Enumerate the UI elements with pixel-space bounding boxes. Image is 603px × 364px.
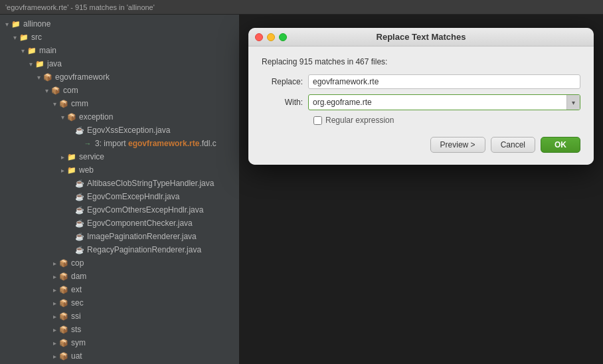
preview-button[interactable]: Preview > xyxy=(430,137,485,153)
tree-arrow-cop[interactable] xyxy=(50,260,58,267)
tree-label-excep: EgovComExcepHndlr.java xyxy=(87,192,236,201)
folder-icon-service: 📁 xyxy=(66,152,77,161)
tree-item-cop[interactable]: 📦cop xyxy=(0,256,239,270)
package-icon-cop: 📦 xyxy=(58,258,69,268)
tree-item-cmm[interactable]: 📦cmm xyxy=(0,97,239,110)
minimize-button[interactable] xyxy=(267,33,275,41)
tree-label-dam: dam xyxy=(71,272,236,281)
package-icon-com: 📦 xyxy=(50,86,61,95)
with-label: With: xyxy=(262,98,308,107)
tree-arrow-egovframework[interactable] xyxy=(35,74,43,81)
dialog-title-bar: Replace Text Matches xyxy=(248,28,594,46)
tree-item-web[interactable]: 📁web xyxy=(0,163,239,177)
close-button[interactable] xyxy=(255,33,263,41)
tree-item-ssi[interactable]: 📦ssi xyxy=(0,310,239,323)
right-area: Replace Text Matches Replacing 915 match… xyxy=(239,15,603,364)
tree-arrow-ssi[interactable] xyxy=(50,313,58,320)
tree-item-dam[interactable]: 📦dam xyxy=(0,270,239,283)
tree-arrow-sym[interactable] xyxy=(50,339,58,347)
match-icon-match1: → xyxy=(82,139,93,148)
dialog-title: Replace Text Matches xyxy=(377,32,466,42)
package-icon-sym: 📦 xyxy=(58,338,69,347)
package-icon-egovframework: 📦 xyxy=(43,72,53,82)
regex-label[interactable]: Regular expression xyxy=(325,116,394,125)
tree-item-exception[interactable]: 📦exception xyxy=(0,110,239,124)
tree-item-ext[interactable]: 📦ext xyxy=(0,283,239,296)
folder-icon-src: 📁 xyxy=(19,33,29,42)
tree-arrow-allinone[interactable] xyxy=(3,21,11,28)
tree-label-altibase: AltibaseClobStringTypeHandler.java xyxy=(87,179,236,188)
tree-item-service[interactable]: 📁service xyxy=(0,150,239,163)
tree-arrow-main[interactable] xyxy=(19,47,27,54)
tree-item-altibase[interactable]: ☕AltibaseClobStringTypeHandler.java xyxy=(0,177,239,190)
tree-arrow-ext[interactable] xyxy=(50,286,58,294)
tree-arrow-com[interactable] xyxy=(43,87,50,94)
with-input-container: ▾ xyxy=(308,94,580,110)
folder-icon-allinone: 📁 xyxy=(11,19,21,29)
tree-item-egovframework[interactable]: 📦egovframework xyxy=(0,70,239,84)
with-input-dropdown[interactable]: ▾ xyxy=(566,95,580,110)
replace-dialog: Replace Text Matches Replacing 915 match… xyxy=(248,28,594,165)
tree-item-others[interactable]: ☕EgovComOthersExcepHndlr.java xyxy=(0,203,239,217)
tree-item-excep[interactable]: ☕EgovComExcepHndlr.java xyxy=(0,190,239,203)
tree-label-ext: ext xyxy=(71,285,236,294)
package-icon-sec: 📦 xyxy=(58,298,69,308)
tree-arrow-dam[interactable] xyxy=(50,273,58,280)
tree-item-match1[interactable]: →3: import egovframework.rte.fdl.c xyxy=(0,137,239,150)
folder-icon-web: 📁 xyxy=(66,165,77,175)
tree-arrow-exception[interactable] xyxy=(58,114,66,121)
traffic-lights xyxy=(255,33,287,41)
java-icon-others: ☕ xyxy=(74,205,85,215)
tree-item-checker[interactable]: ☕EgovComponentChecker.java xyxy=(0,217,239,230)
java-icon-regacy: ☕ xyxy=(74,245,85,254)
tree-item-imgpag[interactable]: ☕ImagePaginationRenderer.java xyxy=(0,230,239,243)
tree-label-egovxss: EgovXssException.java xyxy=(87,126,236,135)
tree-item-src[interactable]: 📁src xyxy=(0,31,239,44)
regex-checkbox[interactable] xyxy=(313,116,322,125)
tree-label-sec: sec xyxy=(71,298,236,308)
java-icon-excep: ☕ xyxy=(74,192,85,201)
tree-item-uat[interactable]: 📦uat xyxy=(0,349,239,363)
replace-label: Replace: xyxy=(262,77,308,86)
dialog-info: Replacing 915 matches in 467 files: xyxy=(262,57,580,66)
tree-label-ssi: ssi xyxy=(71,312,236,321)
tree-item-sts[interactable]: 📦sts xyxy=(0,323,239,336)
ok-button[interactable]: OK xyxy=(541,137,580,153)
package-icon-uat: 📦 xyxy=(58,351,69,361)
with-input[interactable] xyxy=(309,95,566,110)
main-area: 📁allinone📁src📁main📁java📦egovframework📦co… xyxy=(0,15,603,364)
cancel-button[interactable]: Cancel xyxy=(491,137,535,153)
java-icon-egovxss: ☕ xyxy=(74,126,85,135)
tree-item-com[interactable]: 📦com xyxy=(0,84,239,97)
tree-item-egovxss[interactable]: ☕EgovXssException.java xyxy=(0,124,239,137)
file-tree[interactable]: 📁allinone📁src📁main📁java📦egovframework📦co… xyxy=(0,15,239,364)
tree-arrow-cmm[interactable] xyxy=(50,100,58,108)
with-row: With: ▾ xyxy=(262,94,580,110)
tree-item-main[interactable]: 📁main xyxy=(0,44,239,57)
tree-label-web: web xyxy=(79,165,236,175)
tree-arrow-service[interactable] xyxy=(58,153,66,161)
replace-input[interactable] xyxy=(308,74,580,89)
java-icon-altibase: ☕ xyxy=(74,179,85,188)
tree-arrow-web[interactable] xyxy=(58,167,66,174)
folder-icon-main: 📁 xyxy=(27,46,37,55)
maximize-button[interactable] xyxy=(279,33,287,41)
java-icon-checker: ☕ xyxy=(74,219,85,228)
tree-arrow-sts[interactable] xyxy=(50,326,58,333)
package-icon-ssi: 📦 xyxy=(58,312,69,321)
tree-item-sym[interactable]: 📦sym xyxy=(0,336,239,349)
tree-label-cop: cop xyxy=(71,258,236,268)
tree-arrow-java[interactable] xyxy=(27,60,35,68)
package-icon-sts: 📦 xyxy=(58,325,69,334)
tree-item-sec[interactable]: 📦sec xyxy=(0,296,239,310)
dialog-body: Replacing 915 matches in 467 files: Repl… xyxy=(248,46,594,165)
tree-arrow-sec[interactable] xyxy=(50,300,58,307)
tree-item-allinone[interactable]: 📁allinone xyxy=(0,17,239,31)
tree-arrow-uat[interactable] xyxy=(50,353,58,360)
package-icon-ext: 📦 xyxy=(58,285,69,294)
package-icon-cmm: 📦 xyxy=(58,99,69,108)
tree-label-service: service xyxy=(79,152,236,161)
tree-arrow-src[interactable] xyxy=(11,34,19,41)
tree-item-java[interactable]: 📁java xyxy=(0,57,239,70)
tree-item-regacy[interactable]: ☕RegacyPaginationRenderer.java xyxy=(0,243,239,256)
